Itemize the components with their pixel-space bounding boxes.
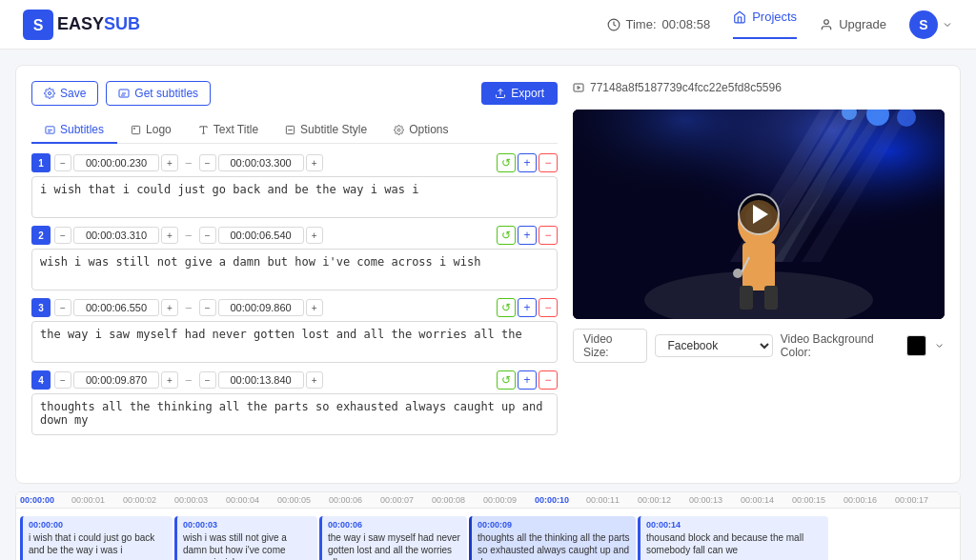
nav-projects[interactable]: Projects bbox=[733, 10, 797, 39]
bg-color-swatch[interactable] bbox=[906, 335, 926, 356]
time-ctrl-end-3: − + bbox=[199, 299, 323, 316]
subtitle-item-2: 2 − + − − + ↺ bbox=[31, 226, 558, 290]
time-ctrl-end-1: − + bbox=[199, 154, 323, 171]
svg-text:S: S bbox=[33, 17, 44, 33]
nav-upgrade[interactable]: Upgrade bbox=[820, 17, 886, 31]
style-icon bbox=[285, 125, 295, 135]
video-size-select[interactable]: Facebook YouTube Instagram Twitter Custo… bbox=[655, 334, 772, 357]
tab-logo[interactable]: Logo bbox=[117, 117, 185, 144]
track-item-4[interactable]: 00:00:09 thoughts all the thinking all t… bbox=[469, 516, 636, 560]
start-minus-3[interactable]: − bbox=[54, 299, 71, 316]
timeline-tracks: 00:00:00 i wish that i could just go bac… bbox=[16, 509, 960, 560]
subtitle-text-4[interactable]: thoughts all the thinking all the parts … bbox=[31, 393, 558, 435]
export-label: Export bbox=[511, 87, 544, 100]
video-id: 77148a8f5187739c4fcc22e5fd8c5596 bbox=[573, 81, 945, 94]
home-icon bbox=[733, 10, 746, 24]
end-plus-3[interactable]: + bbox=[306, 299, 323, 316]
del-btn-2[interactable]: − bbox=[539, 226, 558, 245]
svg-point-18 bbox=[397, 129, 400, 131]
track-time-4: 00:00:09 bbox=[478, 520, 630, 530]
del-btn-1[interactable]: − bbox=[539, 153, 558, 172]
end-minus-3[interactable]: − bbox=[199, 299, 216, 316]
start-plus-4[interactable]: + bbox=[161, 371, 178, 389]
start-time-2[interactable] bbox=[73, 227, 159, 244]
svg-point-13 bbox=[133, 128, 134, 129]
end-plus-2[interactable]: + bbox=[306, 227, 323, 244]
sync-btn-1[interactable]: ↺ bbox=[497, 153, 516, 172]
track-item-5[interactable]: 00:00:14 thousand block and because the … bbox=[638, 516, 828, 560]
start-plus-2[interactable]: + bbox=[161, 227, 178, 244]
subtitle-item-1: 1 − + − − + ↺ bbox=[31, 153, 558, 218]
get-subtitles-button[interactable]: Get subtitles bbox=[106, 81, 211, 106]
subtitle-text-1[interactable]: i wish that i could just go back and be … bbox=[31, 176, 558, 218]
ruler-tick-13: 00:00:13 bbox=[685, 495, 737, 505]
avatar-menu[interactable]: S bbox=[909, 10, 953, 39]
start-time-4[interactable] bbox=[73, 371, 159, 389]
end-minus-2[interactable]: − bbox=[199, 227, 216, 244]
start-minus-1[interactable]: − bbox=[54, 154, 71, 171]
sync-btn-4[interactable]: ↺ bbox=[497, 370, 516, 390]
track-text-3: the way i saw myself had never gotten lo… bbox=[328, 531, 461, 560]
end-minus-1[interactable]: − bbox=[199, 154, 216, 171]
time-ctrl-end-2: − + bbox=[199, 227, 323, 244]
track-item-1[interactable]: 00:00:00 i wish that i could just go bac… bbox=[20, 516, 173, 560]
subtitle-tabs: Subtitles Logo Text Title bbox=[31, 117, 558, 144]
ruler-tick-16: 00:00:16 bbox=[840, 495, 891, 505]
ruler-tick-9: 00:00:09 bbox=[479, 495, 531, 505]
svg-rect-19 bbox=[574, 84, 583, 91]
save-button[interactable]: Save bbox=[31, 81, 98, 106]
action-group-2: ↺ + − bbox=[497, 226, 558, 245]
play-button[interactable] bbox=[738, 193, 780, 235]
sep-dash-1: − bbox=[182, 156, 195, 170]
video-thumbnail bbox=[573, 110, 945, 319]
track-time-5: 00:00:14 bbox=[646, 520, 823, 530]
track-text-1: i wish that i could just go back and be … bbox=[29, 531, 167, 556]
header-nav: Time: 00:08:58 Projects Upgrade S bbox=[607, 10, 953, 39]
action-group-1: ↺ + − bbox=[497, 153, 558, 172]
del-btn-4[interactable]: − bbox=[539, 370, 558, 390]
tab-text-title[interactable]: Text Title bbox=[185, 117, 272, 144]
toolbar: Save Get subtitles Export bbox=[31, 81, 558, 106]
track-item-3[interactable]: 00:00:06 the way i saw myself had never … bbox=[319, 516, 467, 560]
start-minus-4[interactable]: − bbox=[54, 371, 71, 389]
track-item-2[interactable]: 00:00:03 wish i was still not give a dam… bbox=[174, 516, 317, 560]
action-group-3: ↺ + − bbox=[497, 298, 558, 317]
end-time-4[interactable] bbox=[218, 371, 304, 389]
sync-btn-3[interactable]: ↺ bbox=[497, 298, 516, 317]
svg-point-4 bbox=[49, 92, 51, 95]
start-minus-2[interactable]: − bbox=[54, 227, 71, 244]
start-plus-1[interactable]: + bbox=[161, 154, 178, 171]
start-plus-3[interactable]: + bbox=[161, 299, 178, 316]
sync-btn-2[interactable]: ↺ bbox=[497, 226, 516, 245]
chevron-down-icon bbox=[942, 19, 953, 30]
end-time-3[interactable] bbox=[218, 299, 304, 316]
end-plus-1[interactable]: + bbox=[306, 154, 323, 171]
tab-options[interactable]: Options bbox=[380, 117, 461, 144]
subtitle-item-4: 4 − + − − + ↺ bbox=[31, 370, 558, 435]
tab-subtitles[interactable]: Subtitles bbox=[31, 117, 117, 144]
logo-icon: S bbox=[23, 10, 53, 40]
add-btn-4[interactable]: + bbox=[518, 370, 537, 390]
left-panel: Save Get subtitles Export bbox=[31, 81, 558, 468]
add-btn-1[interactable]: + bbox=[518, 153, 537, 172]
add-btn-2[interactable]: + bbox=[518, 226, 537, 245]
clock-icon bbox=[607, 18, 620, 31]
tab-subtitle-style[interactable]: Subtitle Style bbox=[272, 117, 380, 144]
end-time-1[interactable] bbox=[218, 154, 304, 171]
subtitle-text-2[interactable]: wish i was still not give a damn but how… bbox=[31, 249, 558, 290]
end-minus-4[interactable]: − bbox=[199, 371, 216, 389]
end-plus-4[interactable]: + bbox=[306, 371, 323, 389]
end-time-2[interactable] bbox=[218, 227, 304, 244]
chevron-down-color-icon[interactable] bbox=[934, 340, 945, 351]
logo-tab-icon bbox=[131, 125, 141, 135]
export-button[interactable]: Export bbox=[481, 82, 558, 105]
start-time-1[interactable] bbox=[73, 154, 159, 171]
tab-text-title-label: Text Title bbox=[214, 123, 258, 136]
time-ctrl-start-1: − + bbox=[54, 154, 178, 171]
video-icon bbox=[573, 82, 584, 93]
subtitle-text-3[interactable]: the way i saw myself had never gotten lo… bbox=[31, 321, 558, 363]
del-btn-3[interactable]: − bbox=[539, 298, 558, 317]
track-time-1: 00:00:00 bbox=[29, 520, 167, 530]
add-btn-3[interactable]: + bbox=[518, 298, 537, 317]
start-time-3[interactable] bbox=[73, 299, 159, 316]
